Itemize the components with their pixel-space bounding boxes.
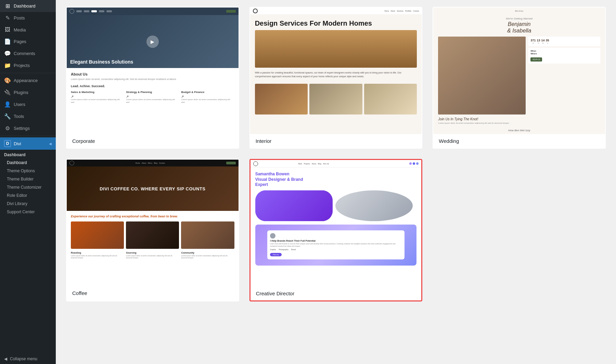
corporate-content: About Us Lorem ipsum dolor sit amet, con… xyxy=(67,68,239,134)
divi-arrow-icon: ◀ xyxy=(49,142,52,146)
wedding-info: 371d 13h 14m 35s When Where RSVP US xyxy=(528,37,600,114)
interior-gallery xyxy=(250,84,422,114)
theme-card-interior[interactable]: Home About Services Portfolio Contact De… xyxy=(249,7,423,149)
theme-grid: ▶ Elegant Business Solutions About Us Lo… xyxy=(66,7,606,301)
creative-director-name: Creative Director xyxy=(251,286,422,300)
corporate-name: Corporate xyxy=(67,134,239,148)
corporate-hero: ▶ Elegant Business Solutions xyxy=(67,15,239,68)
corporate-columns: Sales & Marketing ↗ Lorem ipsum dolor si… xyxy=(71,91,234,104)
corp-nav-2 xyxy=(84,10,89,12)
sidebar: ⊞ Dashboard ✎ Posts 🖼 Media 📄 Pages 💬 Co… xyxy=(0,0,56,364)
media-icon: 🖼 xyxy=(4,27,11,33)
submenu-item-role-editor[interactable]: Role Editor xyxy=(0,191,56,200)
theme-card-wedding[interactable]: Ben & Izzy We're Getting Married Benjami… xyxy=(433,7,606,149)
corp-nav-4 xyxy=(99,10,104,12)
sidebar-item-dashboard[interactable]: ⊞ Dashboard xyxy=(0,0,56,12)
divi-header-item[interactable]: D Divi ◀ xyxy=(0,137,56,150)
wedding-rsvp-btn[interactable]: RSVP US xyxy=(530,57,542,62)
theme-card-corporate[interactable]: ▶ Elegant Business Solutions About Us Lo… xyxy=(66,7,239,149)
appearance-icon: 🎨 xyxy=(4,77,11,84)
corp-col-2: Strategy & Planning ↗ Lorem ipsum dolor … xyxy=(126,91,179,104)
creative-hire-btn[interactable]: Hire me xyxy=(270,253,282,256)
coffee-section-1: Roasting Lorem ipsum dolor sit amet cons… xyxy=(71,252,124,259)
sidebar-item-tools[interactable]: 🔧 Tools xyxy=(0,110,56,122)
sidebar-item-posts[interactable]: ✎ Posts xyxy=(0,12,56,24)
coffee-img-2 xyxy=(126,221,179,249)
corp-nav-5 xyxy=(106,10,112,12)
corp-cta-btn xyxy=(226,10,236,13)
creative-avatar xyxy=(270,233,275,239)
users-icon: 👤 xyxy=(4,101,11,108)
corp-hero-text: Elegant Business Solutions xyxy=(70,59,133,65)
sidebar-item-settings[interactable]: ⚙ Settings xyxy=(0,122,56,134)
int-gallery-2 xyxy=(309,84,362,114)
corporate-nav xyxy=(67,8,239,15)
submenu-item-theme-options[interactable]: Theme Options xyxy=(0,167,56,175)
wedding-nav: Ben & Izzy xyxy=(433,8,605,14)
wedding-main: 371d 13h 14m 35s When Where RSVP US xyxy=(433,37,605,114)
sidebar-item-users[interactable]: 👤 Users xyxy=(0,98,56,110)
wedding-details: When Where RSVP US xyxy=(528,48,600,64)
interior-nav: Home About Services Portfolio Contact xyxy=(250,8,422,14)
submenu-item-theme-customizer[interactable]: Theme Customizer xyxy=(0,183,56,191)
sidebar-item-plugins[interactable]: 🔌 Plugins xyxy=(0,86,56,98)
creative-img-blob xyxy=(255,190,333,221)
sidebar-item-appearance[interactable]: 🎨 Appearance xyxy=(0,75,56,86)
comments-icon: 💬 xyxy=(4,50,11,57)
wedding-photo xyxy=(438,37,526,114)
submenu-item-divi-library[interactable]: Divi Library xyxy=(0,200,56,208)
wedding-name: Wedding xyxy=(433,134,605,148)
corporate-preview: ▶ Elegant Business Solutions About Us Lo… xyxy=(67,8,239,134)
divi-brand-icon: D xyxy=(4,140,11,147)
creative-inner-card: I Help Brands Reach Their Full Potential… xyxy=(267,230,405,259)
sidebar-item-projects[interactable]: 📁 Projects xyxy=(0,59,56,71)
creative-preview: Work Projects About Blog Hire me Samanth… xyxy=(251,160,422,286)
wedding-title: We're Getting Married Benjamin & Isabell… xyxy=(433,14,605,37)
corp-col-1: Sales & Marketing ↗ Lorem ipsum dolor si… xyxy=(71,91,124,104)
corp-logo xyxy=(69,9,74,14)
projects-icon: 📁 xyxy=(4,62,11,69)
creative-nav-items: Work Projects About Blog Hire me xyxy=(298,163,329,165)
coffee-logo xyxy=(69,161,74,165)
corp-nav-1 xyxy=(76,10,82,12)
submenu-item-theme-builder[interactable]: Theme Builder xyxy=(0,175,56,183)
int-logo xyxy=(253,9,258,13)
pages-icon: 📄 xyxy=(4,38,11,45)
play-icon: ▶ xyxy=(146,36,159,48)
sidebar-item-comments[interactable]: 💬 Comments xyxy=(0,48,56,59)
interior-name: Interior xyxy=(250,134,422,148)
coffee-name: Coffee xyxy=(67,286,239,300)
creative-hero: Samantha BowenVisual Designer & BrandExp… xyxy=(251,167,422,190)
coffee-order-btn xyxy=(226,162,236,164)
sidebar-item-pages[interactable]: 📄 Pages xyxy=(0,36,56,48)
collapse-icon: ◀ xyxy=(4,356,7,361)
creative-stats: Graphic Photography Brand xyxy=(270,248,402,251)
int-gallery-3 xyxy=(364,84,417,114)
interior-preview: Home About Services Portfolio Contact De… xyxy=(250,8,422,134)
int-nav-items: Home About Services Portfolio Contact xyxy=(384,10,419,12)
coffee-gallery xyxy=(71,221,234,249)
sidebar-separator-2 xyxy=(0,136,56,136)
posts-icon: ✎ xyxy=(4,15,11,21)
creative-bottom-card: I Help Brands Reach Their Full Potential… xyxy=(255,225,417,266)
theme-card-creative-director[interactable]: Work Projects About Blog Hire me Samanth… xyxy=(249,159,423,301)
sidebar-item-media[interactable]: 🖼 Media xyxy=(0,24,56,36)
creative-nav-dots xyxy=(409,162,419,165)
dashboard-icon: ⊞ xyxy=(4,3,11,9)
wedding-counter: 371d 13h 14m 35s xyxy=(528,37,600,46)
coffee-hero: DIVI COFFEE CO. WHERE EVERY SIP COUNTS xyxy=(67,166,239,211)
coffee-content: Experience our journey of crafting excep… xyxy=(67,211,239,286)
coffee-section-3: Community Lorem ipsum dolor sit amet con… xyxy=(181,252,234,259)
submenu-item-support-center[interactable]: Support Center xyxy=(0,208,56,216)
theme-card-coffee[interactable]: Home About Menu Blog Contact DIVI COFFEE… xyxy=(66,159,239,301)
interior-hero-text: Design Services For Modern Homes xyxy=(250,14,422,30)
divi-submenu-label: Dashboard xyxy=(0,150,56,159)
coffee-preview: Home About Menu Blog Contact DIVI COFFEE… xyxy=(67,160,239,286)
collapse-menu-button[interactable]: ◀ Collapse menu xyxy=(0,354,56,364)
submenu-item-divi-dashboard[interactable]: Dashboard xyxy=(0,159,56,167)
creative-logo xyxy=(253,161,258,166)
int-gallery-1 xyxy=(255,84,308,114)
coffee-section-2: Sourcing Lorem ipsum dolor sit amet cons… xyxy=(126,252,179,259)
creative-img-circle xyxy=(335,190,413,221)
main-content: ▶ Elegant Business Solutions About Us Lo… xyxy=(56,0,616,364)
